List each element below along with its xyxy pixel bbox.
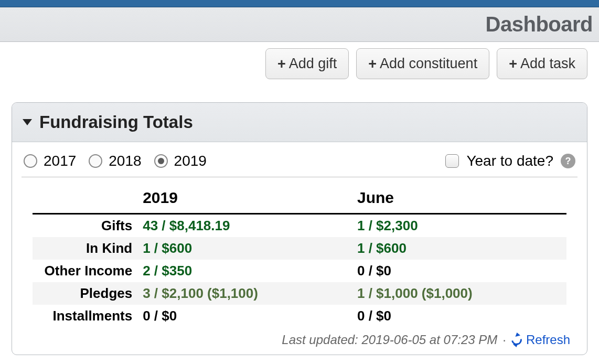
panel-header[interactable]: Fundraising Totals: [12, 103, 587, 142]
year-radio-label: 2019: [174, 153, 207, 169]
quick-actions: + Add gift + Add constituent + Add task: [0, 42, 599, 87]
year-radio-2018[interactable]: 2018: [89, 153, 141, 169]
row-label: In Kind: [33, 237, 137, 260]
radio-icon: [154, 154, 168, 168]
panel-title: Fundraising Totals: [39, 112, 193, 132]
year-radio-label: 2017: [44, 153, 76, 169]
row-label: Other Income: [33, 260, 137, 282]
panel-body: 201720182019 Year to date? ? 2019 June G…: [12, 142, 587, 355]
row-period-value: 0 / $0: [352, 305, 566, 327]
radio-icon: [89, 154, 102, 168]
panel-controls: 201720182019 Year to date? ?: [22, 151, 577, 177]
row-label: Installments: [33, 305, 137, 327]
row-label: Pledges: [33, 282, 137, 305]
row-year-value: 0 / $0: [137, 305, 352, 327]
table-row: Gifts43 / $8,418.191 / $2,300: [33, 214, 566, 238]
row-period-value: 1 / $1,000 ($1,000): [352, 282, 566, 305]
add-constituent-label: Add constituent: [380, 56, 477, 72]
year-radio-label: 2018: [109, 153, 141, 169]
row-period-value: 1 / $600: [352, 237, 566, 260]
panel-footer: Last updated: 2019-06-05 at 07:23 PM · R…: [22, 327, 577, 350]
year-radio-group: 201720182019: [24, 153, 207, 169]
row-period-value: 0 / $0: [352, 260, 566, 282]
row-year-value: 43 / $8,418.19: [137, 214, 352, 238]
radio-icon: [24, 154, 37, 168]
window-top-bar: [0, 0, 599, 7]
refresh-link[interactable]: Refresh: [511, 333, 570, 347]
refresh-icon: [509, 333, 524, 347]
add-gift-label: Add gift: [289, 56, 337, 72]
row-period-value: 1 / $2,300: [352, 214, 566, 238]
table-row: Other Income2 / $3500 / $0: [33, 260, 566, 282]
row-year-value: 1 / $600: [137, 237, 352, 260]
add-gift-button[interactable]: + Add gift: [265, 48, 349, 79]
add-task-button[interactable]: + Add task: [497, 48, 587, 79]
row-year-value: 2 / $350: [137, 260, 352, 282]
add-task-label: Add task: [520, 56, 575, 72]
ytd-checkbox[interactable]: [445, 154, 459, 168]
caret-down-icon: [23, 119, 32, 125]
page-header: Dashboard: [0, 7, 599, 42]
table-header-blank: [33, 185, 137, 214]
table-header-period: June: [352, 185, 566, 214]
row-year-value: 3 / $2,100 ($1,100): [137, 282, 352, 305]
fundraising-totals-panel: Fundraising Totals 201720182019 Year to …: [12, 102, 587, 355]
add-constituent-button[interactable]: + Add constituent: [356, 48, 489, 79]
table-row: In Kind1 / $6001 / $600: [33, 237, 566, 260]
help-icon[interactable]: ?: [561, 154, 575, 168]
table-header-year: 2019: [137, 185, 352, 214]
table-row: Installments0 / $00 / $0: [33, 305, 566, 327]
last-updated-text: Last updated: 2019-06-05 at 07:23 PM: [282, 333, 497, 347]
page-title: Dashboard: [486, 13, 593, 36]
separator-dot: ·: [502, 333, 506, 347]
ytd-toggle-group: Year to date? ?: [445, 153, 575, 169]
refresh-label: Refresh: [526, 333, 570, 347]
year-radio-2019[interactable]: 2019: [154, 153, 207, 169]
table-row: Pledges3 / $2,100 ($1,100)1 / $1,000 ($1…: [33, 282, 566, 305]
totals-table: 2019 June Gifts43 / $8,418.191 / $2,300I…: [33, 185, 566, 327]
ytd-label: Year to date?: [466, 153, 553, 169]
year-radio-2017[interactable]: 2017: [24, 153, 76, 169]
row-label: Gifts: [33, 214, 137, 238]
